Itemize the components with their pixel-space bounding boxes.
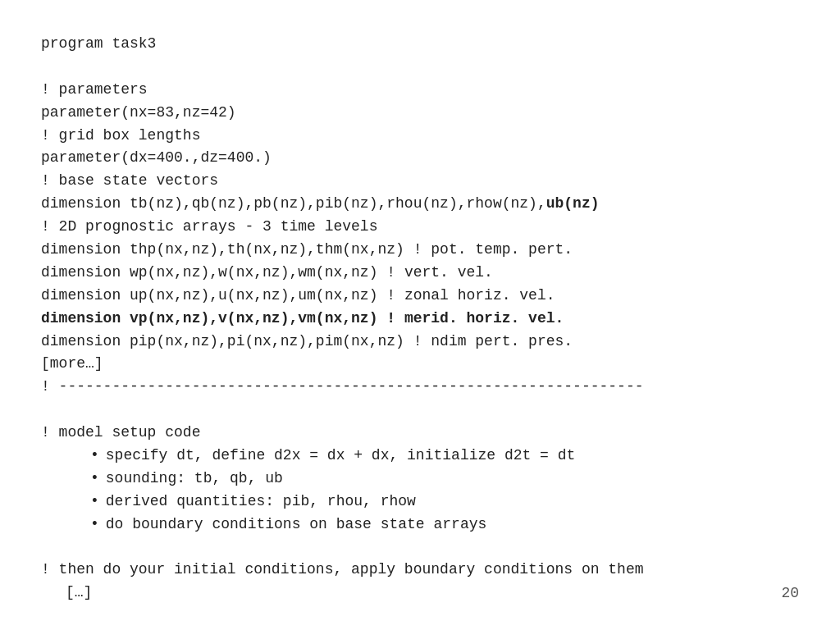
bullet-item-4: do boundary conditions on base state arr… xyxy=(90,514,799,536)
dimension-wp-line: dimension wp(nx,nz),w(nx,nz),wm(nx,nz) !… xyxy=(41,262,799,285)
code-content: program task3 ! parameters parameter(nx=… xyxy=(41,33,799,605)
dimension-base-line: dimension tb(nz),qb(nz),pb(nz),pib(nz),r… xyxy=(41,193,799,216)
comment-up: ! zonal horiz. vel. xyxy=(386,287,555,304)
comment-grid: ! grid box lengths xyxy=(41,125,799,148)
comment-base: ! base state vectors xyxy=(41,170,799,193)
bullet-text-4: do boundary conditions on base state arr… xyxy=(106,514,486,536)
bullet-item-1: specify dt, define d2x = dx + dx, initia… xyxy=(90,445,799,468)
dimension-pip-line: dimension pip(nx,nz),pi(nx,nz),pim(nx,nz… xyxy=(41,331,799,354)
comment-wp: ! vert. vel. xyxy=(386,264,493,281)
more-link[interactable]: [more…] xyxy=(41,353,799,376)
comment-vp: ! merid. horiz. vel. xyxy=(386,310,564,326)
comment-2d: ! 2D prognostic arrays - 3 time levels xyxy=(41,216,799,239)
dimension-vp-line: dimension vp(nx,nz),v(nx,nz),vm(nx,nz) !… xyxy=(41,308,799,331)
comment-parameters: ! parameters xyxy=(41,79,799,102)
bullet-text-3: derived quantities: pib, rhou, rhow xyxy=(106,491,416,514)
bullet-item-3: derived quantities: pib, rhou, rhow xyxy=(90,491,799,514)
page-number: 20 xyxy=(781,582,799,605)
bullet-item-2: sounding: tb, qb, ub xyxy=(90,468,799,491)
comment-then: ! then do your initial conditions, apply… xyxy=(41,559,799,582)
program-line: program task3 xyxy=(41,33,799,56)
parameter-dx-dz: parameter(dx=400.,dz=400.) xyxy=(41,147,799,170)
comment-pip: ! ndim pert. pres. xyxy=(413,333,573,349)
blank-line-3 xyxy=(41,536,799,559)
bullet-text-2: sounding: tb, qb, ub xyxy=(106,468,283,491)
dimension-up-line: dimension up(nx,nz),u(nx,nz),um(nx,nz) !… xyxy=(41,285,799,308)
ellipsis-link[interactable]: […] xyxy=(66,584,92,600)
bullet-text-1: specify dt, define d2x = dx + dx, initia… xyxy=(106,445,576,468)
blank-line-2 xyxy=(41,399,799,422)
divider-line: ! --------------------------------------… xyxy=(41,376,799,399)
dimension-base-bold: ub(nz) xyxy=(546,195,600,212)
parameter-nx-nz: parameter(nx=83,nz=42) xyxy=(41,102,799,125)
dimension-thp-line: dimension thp(nx,nz),th(nx,nz),thm(nx,nz… xyxy=(41,239,799,262)
comment-model: ! model setup code xyxy=(41,422,799,445)
comment-thp: ! pot. temp. pert. xyxy=(413,241,573,258)
bullet-list: specify dt, define d2x = dx + dx, initia… xyxy=(90,445,799,536)
blank-line-1 xyxy=(41,56,799,79)
